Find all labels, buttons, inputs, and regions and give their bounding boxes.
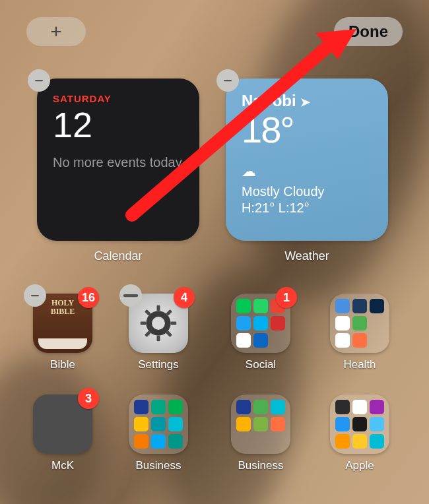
svg-point-5 bbox=[152, 317, 165, 330]
notification-badge: 16 bbox=[78, 287, 99, 308]
weather-widget[interactable]: Nairobi ➤ 18° ☁ Mostly Cloudy H:21° L:12… bbox=[226, 79, 388, 241]
mck-icon: 3 bbox=[33, 394, 92, 454]
folder-mini-app bbox=[352, 316, 367, 331]
add-widget-button[interactable]: + bbox=[26, 17, 86, 46]
remove-app-button[interactable] bbox=[24, 284, 46, 307]
minus-icon bbox=[29, 290, 41, 301]
calendar-day: SATURDAY bbox=[53, 93, 183, 104]
folder-mini-app bbox=[236, 333, 251, 348]
folder-mini-app bbox=[134, 417, 148, 431]
folder-label: Health bbox=[317, 358, 403, 371]
folder-mini-app bbox=[370, 316, 384, 331]
folder-mini-app bbox=[236, 299, 251, 313]
app-label: Settings bbox=[116, 358, 201, 371]
folder-mini-app bbox=[352, 333, 367, 348]
svg-rect-2 bbox=[31, 295, 39, 296]
folder-mini-app bbox=[271, 333, 285, 348]
folder-mini-app bbox=[151, 434, 166, 449]
folder-mini-app bbox=[236, 417, 251, 431]
folder-mini-app bbox=[335, 434, 350, 449]
folder-icon bbox=[330, 294, 389, 353]
folder-health[interactable]: Health bbox=[317, 294, 403, 371]
remove-widget-button[interactable] bbox=[216, 69, 239, 92]
folder-mini-app bbox=[352, 299, 367, 313]
folder-mini-app bbox=[253, 400, 268, 414]
bible-icon: HOLY BIBLE 16 bbox=[33, 294, 92, 353]
bible-icon-text: HOLY bbox=[51, 299, 74, 307]
folder-icon bbox=[330, 394, 389, 454]
app-settings[interactable]: 4 Settings bbox=[116, 294, 201, 371]
folder-mini-app bbox=[253, 299, 268, 313]
calendar-message: No more events today bbox=[53, 154, 183, 171]
folder-mck[interactable]: 3 McK bbox=[20, 394, 106, 472]
folder-mini-app bbox=[335, 333, 350, 348]
folder-mini-app bbox=[271, 316, 285, 331]
folder-mini-app bbox=[168, 400, 183, 414]
notification-badge: 1 bbox=[276, 287, 297, 308]
folder-mini-app bbox=[168, 417, 183, 431]
folder-mini-app bbox=[335, 299, 350, 313]
app-bible[interactable]: HOLY BIBLE 16 Bible bbox=[20, 294, 106, 371]
svg-rect-1 bbox=[224, 80, 232, 81]
folder-business-2[interactable]: Business bbox=[218, 394, 304, 472]
folder-mini-app bbox=[253, 333, 268, 348]
minus-icon bbox=[119, 275, 142, 316]
minus-icon bbox=[33, 75, 45, 86]
folder-label: Business bbox=[218, 459, 304, 472]
notification-badge: 4 bbox=[174, 287, 195, 308]
done-button[interactable]: Done bbox=[334, 17, 403, 46]
remove-app-button[interactable] bbox=[119, 284, 142, 307]
folder-business-1[interactable]: Business bbox=[116, 394, 201, 472]
weather-location: Nairobi ➤ bbox=[242, 92, 372, 110]
svg-rect-8 bbox=[141, 322, 147, 325]
folder-label: Business bbox=[116, 459, 201, 472]
plus-icon: + bbox=[50, 20, 62, 43]
svg-rect-9 bbox=[171, 322, 177, 325]
folder-mini-app bbox=[253, 434, 268, 449]
remove-widget-button[interactable] bbox=[28, 69, 50, 92]
folder-social[interactable]: 1 Social bbox=[218, 294, 304, 371]
folder-mini-app bbox=[335, 417, 350, 431]
weather-location-text: Nairobi bbox=[242, 92, 296, 110]
svg-rect-0 bbox=[35, 80, 43, 81]
location-arrow-icon: ➤ bbox=[300, 96, 310, 109]
weather-hilo: H:21° L:12° bbox=[242, 201, 372, 216]
folder-mini-app bbox=[236, 400, 251, 414]
folder-mini-app bbox=[253, 417, 268, 431]
widget-label: Calendar bbox=[37, 249, 199, 263]
calendar-widget[interactable]: SATURDAY 12 No more events today Calenda… bbox=[37, 79, 199, 241]
home-edit-topbar: + Done bbox=[0, 12, 429, 51]
folder-mini-app bbox=[370, 299, 384, 313]
folder-icon bbox=[231, 394, 290, 454]
widget-label: Weather bbox=[226, 249, 388, 263]
folder-mini-app bbox=[151, 417, 166, 431]
folder-mini-app bbox=[236, 434, 251, 449]
folder-mini-app bbox=[370, 434, 384, 449]
folder-mini-app bbox=[271, 417, 285, 431]
folder-mini-app bbox=[352, 434, 367, 449]
calendar-date: 12 bbox=[53, 107, 183, 142]
folder-mini-app bbox=[370, 417, 384, 431]
folder-label: Apple bbox=[317, 459, 403, 472]
notification-badge: 3 bbox=[78, 388, 99, 409]
folder-mini-app bbox=[335, 400, 350, 414]
folder-mini-app bbox=[151, 400, 166, 414]
minus-icon bbox=[222, 75, 234, 86]
folder-mini-app bbox=[134, 434, 148, 449]
folder-mini-app bbox=[370, 333, 384, 348]
bible-icon-text: BIBLE bbox=[51, 307, 75, 316]
weather-condition: Mostly Cloudy bbox=[242, 184, 372, 199]
folder-mini-app bbox=[253, 316, 268, 331]
folder-label: Social bbox=[218, 358, 304, 371]
folder-mini-app bbox=[352, 417, 367, 431]
app-label: Bible bbox=[20, 358, 106, 371]
cloud-icon: ☁ bbox=[242, 163, 372, 180]
svg-rect-7 bbox=[157, 336, 160, 342]
folder-mini-app bbox=[271, 434, 285, 449]
folder-mini-app bbox=[236, 316, 251, 331]
folder-apple[interactable]: Apple bbox=[317, 394, 403, 472]
folder-mini-app bbox=[335, 316, 350, 331]
done-label: Done bbox=[348, 22, 388, 40]
folder-mini-app bbox=[271, 400, 285, 414]
gear-icon: 4 bbox=[129, 294, 188, 353]
